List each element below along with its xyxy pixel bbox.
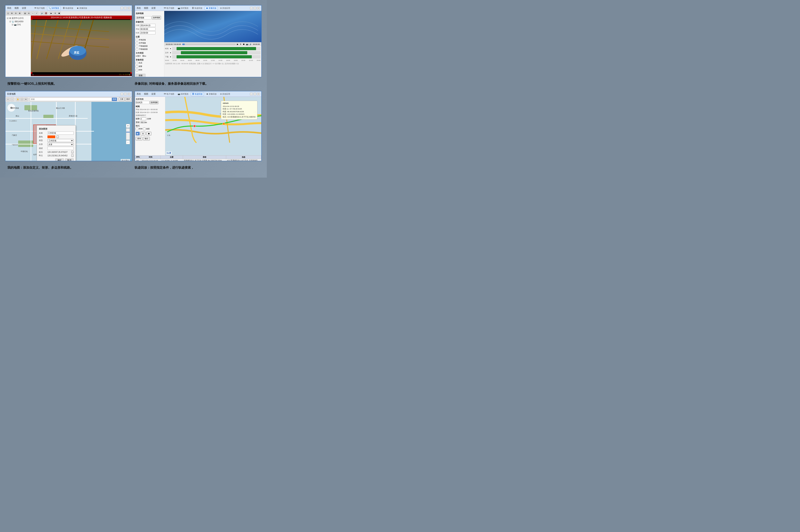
br-minimize-button[interactable]: ─ (250, 93, 253, 95)
tr-radio-offline2[interactable] (136, 48, 138, 51)
tr-nav-other[interactable]: ⊞ 其他应用 (219, 6, 231, 10)
maximize-button[interactable]: □ (124, 7, 127, 10)
br-menu-settings[interactable]: 设置 (151, 93, 156, 95)
tr-end-time-input[interactable] (140, 31, 156, 34)
tr-maximize-button[interactable]: □ (254, 7, 256, 10)
bl-tb-draw[interactable]: ✏ (24, 98, 28, 101)
bl-tb-pan[interactable]: ✋ (16, 98, 20, 101)
tr-tl-file-icon[interactable]: ● (169, 51, 172, 54)
bl-dialog-share-select[interactable]: 共享 (48, 143, 74, 146)
tr-play-btn[interactable]: ▶ (237, 43, 238, 45)
tl-device-checkbox[interactable] (10, 20, 11, 23)
bl-dialog-end-btn[interactable]: ... (71, 154, 74, 157)
bl-tb-select[interactable]: ⬚ (20, 98, 24, 101)
tr-tl-dl-bar[interactable] (172, 55, 260, 59)
tr-search-btn[interactable]: 搜索 (136, 74, 146, 77)
br-mode-speed[interactable] (143, 128, 146, 130)
br-nav-track[interactable]: 🛤 轨迹回放 (191, 92, 204, 96)
bl-zoom-slider[interactable] (126, 128, 130, 140)
tl-tree-root[interactable]: ⚙ 监控中心(1/1) (6, 16, 30, 20)
bl-dialog-color-btn[interactable]: ... (56, 135, 59, 138)
tr-close-button[interactable]: ✕ (257, 7, 260, 10)
bl-dialog-cancel-btn[interactable]: 取消 (65, 158, 74, 161)
bl-dialog-confirm-btn[interactable]: 确定 (55, 158, 64, 161)
bl-dialog-start-btn[interactable]: ... (71, 151, 74, 153)
bl-close-button[interactable]: ✕ (128, 93, 130, 95)
br-maximize-button[interactable]: □ (254, 93, 256, 95)
tr-menu-system[interactable]: 系统 (137, 7, 141, 10)
tl-nav-preview[interactable]: 🔍 实时预览 (47, 6, 60, 10)
tl-channel-item[interactable]: 📷 CH1 (6, 23, 30, 26)
table-row[interactable]: 160 2014-04-13 01:04:48 111.00768, 21.91… (135, 159, 261, 161)
br-device-select-btn[interactable]: 选择视频 (150, 101, 158, 104)
tr-radio-offline1[interactable] (136, 45, 138, 48)
tl-nav-track[interactable]: 🛤 轨迹回放 (62, 6, 74, 10)
br-nav-other[interactable]: ⊞ 其他应用 (219, 92, 231, 96)
bl-tb-minus[interactable]: - (10, 98, 14, 101)
tl-menu-system[interactable]: 系统 (7, 7, 11, 10)
br-export-btn[interactable]: 输出 (143, 137, 150, 140)
br-close-button[interactable]: ✕ (257, 93, 260, 95)
tr-radio-local[interactable] (136, 39, 138, 41)
br-menu-view[interactable]: 视图 (144, 93, 148, 95)
bl-satellite-btn[interactable]: 卫星 (119, 97, 125, 101)
br-pause-track-btn[interactable]: ⏸ (141, 132, 146, 135)
tb-btn-5[interactable]: ▤ (23, 12, 27, 15)
bl-dialog-name-input[interactable] (48, 132, 74, 135)
br-play-track-btn[interactable]: ▶ (136, 132, 140, 135)
tr-minimize-button[interactable]: ─ (250, 7, 253, 10)
tl-channel-checkbox[interactable] (12, 23, 14, 26)
tb-btn-8[interactable]: ⤢ (35, 12, 38, 15)
tr-pause-btn[interactable]: ⏸ (240, 43, 242, 45)
tr-tl-time-bar[interactable] (172, 47, 260, 50)
minimize-button[interactable]: ─ (121, 7, 123, 10)
tr-menu-view[interactable]: 视图 (144, 7, 148, 10)
bl-zoom-out-btn[interactable]: - (126, 140, 130, 144)
br-mode-clock[interactable] (136, 128, 138, 130)
tr-start-date-input[interactable] (140, 24, 156, 27)
tr-device-input[interactable] (136, 16, 151, 19)
br-nav-map[interactable]: 🗺 电子地图 (163, 92, 176, 96)
tb-btn-10[interactable]: 🔇 (44, 12, 48, 15)
tr-tl-file-bar[interactable] (172, 51, 260, 54)
br-stop-track-btn[interactable]: ⏹ (146, 132, 151, 135)
tr-nav-map[interactable]: 🗺 电子地图 (163, 6, 176, 10)
tb-btn-9[interactable]: 🔊 (40, 12, 44, 15)
tb-btn-3[interactable]: ⊟ (14, 12, 18, 15)
tr-snapshot-btn[interactable]: 📷 (246, 43, 248, 45)
bl-search-input[interactable] (30, 98, 112, 101)
tl-device-item[interactable]: 📡 88014059 (6, 20, 30, 23)
br-device-input[interactable] (136, 101, 149, 104)
tr-check-live[interactable] (136, 62, 138, 64)
tl-nav-record[interactable]: ⏺ 录像回放 (76, 6, 88, 10)
bl-dialog-desc-input[interactable] (48, 147, 74, 150)
tb-btn-12[interactable]: ⏸ (53, 12, 57, 15)
tl-root-checkbox[interactable] (7, 17, 8, 19)
tr-check-alarm[interactable] (136, 65, 138, 68)
tr-device-btn[interactable]: 选择视频 (152, 16, 161, 20)
tb-btn-6[interactable]: ⊛ (27, 12, 31, 15)
tr-menu-settings[interactable]: 设置 (151, 7, 156, 10)
tb-btn-13[interactable]: ⏹ (57, 12, 61, 15)
tl-menu-settings[interactable]: 设置 (22, 7, 26, 10)
tb-btn-4[interactable]: ⊠ (18, 12, 21, 15)
bl-map-container[interactable]: ⊕ 博甲商城 青岛滨海学院 抓山 江山路路口 刁家庄 刁家庄村 中国石化 化学工… (5, 102, 132, 161)
bl-zoom-in-btn[interactable]: + (126, 124, 130, 128)
tr-progress-bar[interactable] (182, 43, 236, 45)
bl-tb-plus[interactable]: + (6, 98, 10, 101)
tr-check-clock[interactable] (136, 69, 138, 71)
tr-nav-track[interactable]: 🛤 轨迹回放 (191, 6, 203, 10)
tr-nav-preview[interactable]: 📷 实时预览 (177, 6, 190, 10)
br-query-btn[interactable]: 查询 (136, 137, 142, 140)
tl-nav-map[interactable]: 🗺 电子地图 (33, 6, 46, 10)
tl-menu-view[interactable]: 视图 (15, 7, 19, 10)
tb-btn-11[interactable]: ▶ (50, 12, 53, 15)
br-menu-system[interactable]: 系统 (137, 93, 141, 95)
bl-dialog-color-picker[interactable] (48, 135, 55, 138)
br-traj-map[interactable]: 仁化 仁化 江西 GEN25 2014-04-13 01:06:28 经度:11… (165, 97, 261, 155)
tb-btn-1[interactable]: ◫ (6, 12, 10, 15)
br-nav-record[interactable]: ⏺ 录像回放 (205, 92, 218, 96)
bl-dialog-type-select[interactable]: 工作区域 (48, 139, 74, 142)
bl-maximize-button[interactable]: □ (124, 93, 127, 95)
tr-nav-record[interactable]: ⏺ 录像回放 (205, 6, 218, 10)
